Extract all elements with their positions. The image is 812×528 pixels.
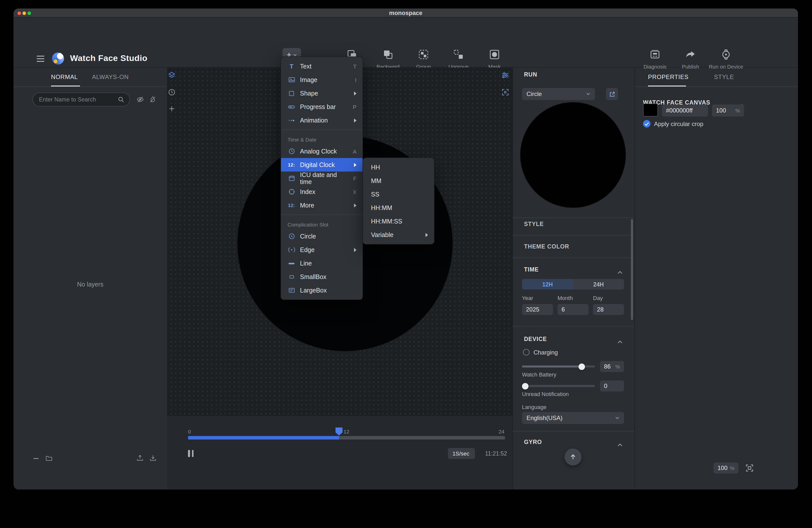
tab-style[interactable]: STYLE (714, 73, 734, 80)
tab-properties[interactable]: PROPERTIES (648, 73, 688, 80)
canvas-color-swatch[interactable] (643, 103, 658, 117)
menu-item-edge[interactable]: Edge (281, 243, 362, 256)
menu-item-index[interactable]: Index X (281, 185, 362, 199)
notification-value-box[interactable]: 0 (600, 381, 624, 392)
submenu-item-hhmmss[interactable]: HH:MM:SS (363, 215, 434, 228)
section-gyro[interactable]: GYRO (524, 439, 542, 445)
submenu-item-hhmm[interactable]: HH:MM (363, 201, 434, 215)
focus-preview-toggle[interactable] (501, 88, 509, 99)
submenu-item-ss[interactable]: SS (363, 188, 434, 201)
notification-slider-knob[interactable] (522, 383, 528, 389)
menu-item-icu-date-and-time[interactable]: ICU date and time F (281, 172, 362, 185)
hamburger-menu-button[interactable] (36, 55, 45, 64)
paint-drop-icon (149, 96, 157, 103)
format-12h-button[interactable]: 12H (522, 279, 573, 290)
preview-shape-select[interactable]: Circle (522, 88, 595, 100)
run-on-device-button[interactable] (720, 48, 732, 62)
menu-item-progress-bar[interactable]: Progress bar P (281, 100, 362, 114)
menu-item-text[interactable]: T Text T (281, 59, 362, 73)
format-24h-button[interactable]: 24H (573, 279, 624, 290)
focus-crop-icon (501, 88, 509, 97)
canvas-opacity-box[interactable]: 100 % (712, 104, 744, 117)
section-time[interactable]: TIME (524, 266, 539, 273)
diagnosis-button[interactable] (649, 48, 661, 62)
timeline-track[interactable] (188, 436, 505, 440)
timeline-end-label: 24 (498, 428, 504, 435)
submenu-arrow-icon (354, 203, 357, 207)
run-panel-scrollbar[interactable] (631, 219, 633, 320)
day-input[interactable] (593, 304, 624, 315)
notification-label: Unread Notification (522, 391, 569, 397)
run-settings-toggle[interactable] (501, 71, 509, 82)
submenu-item-mm[interactable]: MM (363, 174, 434, 188)
history-button[interactable] (168, 88, 176, 99)
menu-item-shape[interactable]: Shape (281, 87, 362, 100)
main-toolbar: Watch Face Studio + Add Backward Group U… (14, 17, 798, 68)
section-device[interactable]: DEVICE (524, 336, 547, 342)
fit-to-screen-button[interactable] (745, 464, 754, 474)
section-style[interactable]: STYLE (524, 221, 544, 227)
submenu-item-hh[interactable]: HH (363, 161, 434, 174)
collapse-device-section[interactable] (617, 337, 623, 346)
import-layer-button[interactable] (149, 454, 157, 464)
mask-button[interactable] (489, 48, 501, 62)
menu-item-animation[interactable]: Animation (281, 114, 362, 127)
fill-visibility-button[interactable] (149, 96, 157, 105)
battery-slider[interactable] (522, 366, 595, 367)
notification-slider[interactable] (522, 385, 595, 387)
new-folder-button[interactable] (45, 455, 53, 464)
group-button[interactable] (418, 48, 430, 62)
remove-layer-button[interactable] (32, 455, 40, 464)
charging-label: Charging (534, 349, 558, 356)
month-input[interactable] (557, 304, 589, 315)
playback-speed-value: 1S/sec (452, 451, 469, 456)
battery-slider-knob[interactable] (579, 363, 585, 370)
menu-item-more[interactable]: 12: More (281, 199, 362, 212)
menu-item-line[interactable]: Line (281, 256, 362, 270)
section-theme-color[interactable]: THEME COLOR (524, 244, 569, 249)
menu-item-label: Index (300, 188, 315, 195)
apply-circular-crop-checkbox[interactable] (643, 120, 651, 128)
canvas-color-hex-input[interactable] (662, 104, 708, 117)
day-label: Day (593, 295, 603, 301)
digital-clock-icon: 12: (288, 161, 295, 169)
search-input[interactable] (39, 97, 117, 103)
collapse-gyro-section[interactable] (617, 440, 623, 449)
charging-radio[interactable] (523, 349, 530, 355)
hide-all-layers-button[interactable] (136, 96, 145, 105)
menu-item-circle[interactable]: Circle (281, 230, 362, 243)
chevron-up-icon (617, 443, 623, 447)
timeline-mid-label: 12 (344, 428, 349, 435)
mask-icon (489, 48, 501, 60)
canvas-zoom-box[interactable]: 100 % (713, 463, 739, 473)
language-select[interactable]: English(USA) (522, 412, 624, 424)
battery-value-box[interactable]: 86 % (600, 361, 624, 372)
menu-item-analog-clock[interactable]: Analog Clock A (281, 145, 362, 158)
submenu-item-label: HH:MM:SS (371, 218, 402, 225)
pause-button[interactable] (188, 450, 193, 457)
menu-item-largebox[interactable]: LargeBox (281, 283, 362, 297)
analog-clock-icon (288, 147, 295, 155)
menu-item-image[interactable]: Image I (281, 73, 362, 87)
smallbox-slot-icon (288, 273, 295, 281)
ungroup-button[interactable] (452, 48, 464, 62)
year-input[interactable] (522, 304, 553, 315)
publish-button[interactable] (684, 48, 696, 62)
open-preview-window-button[interactable] (606, 88, 618, 100)
menu-divider (281, 215, 362, 215)
menu-item-smallbox[interactable]: SmallBox (281, 270, 362, 283)
menu-item-digital-clock[interactable]: 12: Digital Clock (281, 158, 362, 172)
tab-normal[interactable]: NORMAL (51, 73, 78, 80)
timeline-progress-fill (188, 436, 339, 440)
desktop: monospace Watch Face Studio + Add Backwa… (0, 0, 812, 528)
layers-view-toggle[interactable] (168, 71, 176, 82)
playback-speed-select[interactable]: 1S/sec (448, 448, 475, 459)
add-keyframe-button[interactable] (168, 104, 176, 115)
backward-button[interactable] (382, 48, 394, 62)
tab-always-on[interactable]: ALWAYS-ON (92, 73, 129, 80)
export-layer-button[interactable] (136, 454, 144, 464)
submenu-item-variable[interactable]: Variable (363, 228, 434, 241)
collapse-time-section[interactable] (617, 267, 623, 277)
scroll-to-top-button[interactable] (565, 449, 581, 466)
layer-search-box (32, 92, 130, 106)
